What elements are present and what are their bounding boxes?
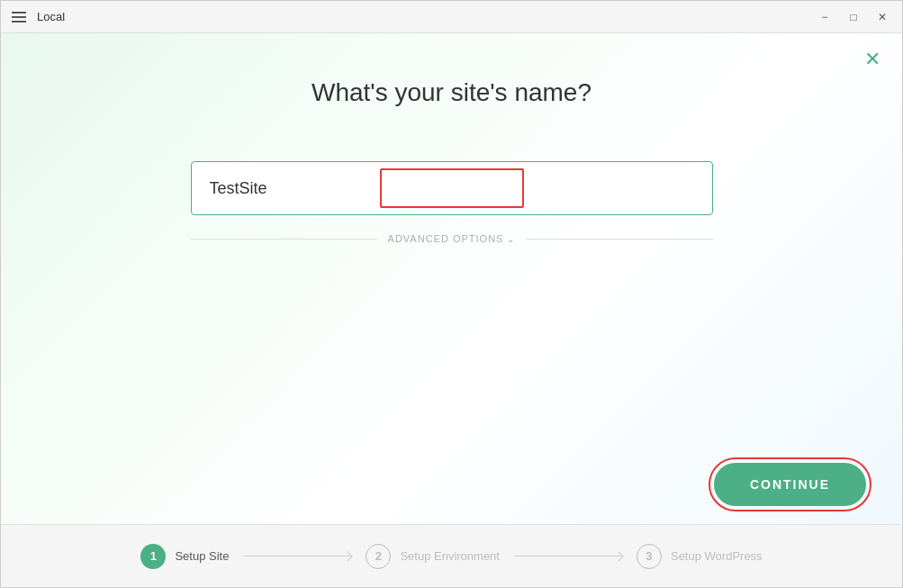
step-connector-2 (514, 556, 622, 556)
titlebar: Local − □ ✕ (1, 1, 902, 33)
step-2-circle: 2 (366, 544, 391, 569)
continue-button[interactable]: CONTINUE (714, 463, 866, 506)
chevron-down-icon: ⌄ (507, 234, 515, 244)
step-2-number: 2 (375, 549, 382, 563)
step-3-circle: 3 (637, 544, 662, 569)
step-1: 1 Setup Site (140, 544, 229, 569)
step-3-number: 3 (646, 549, 652, 563)
titlebar-left: Local (8, 8, 65, 26)
advanced-line-left (191, 239, 377, 240)
dialog-area: What's your site's name? ADVANCED OPTION… (1, 33, 902, 454)
advanced-line-right (526, 239, 712, 240)
dialog-title: What's your site's name? (312, 78, 591, 107)
titlebar-controls: − □ ✕ (812, 7, 895, 27)
step-3: 3 Setup WordPress (637, 544, 763, 569)
progress-bar: 1 Setup Site 2 Setup Environment 3 Setup… (1, 524, 902, 587)
site-name-field-wrapper (191, 161, 713, 215)
step-2: 2 Setup Environment (366, 544, 500, 569)
step-1-label: Setup Site (175, 549, 229, 563)
step-2-label: Setup Environment (400, 549, 500, 563)
site-name-input[interactable] (191, 161, 713, 215)
app-title: Local (37, 10, 65, 23)
advanced-options-row: ADVANCED OPTIONS ⌄ (191, 233, 713, 244)
maximize-button[interactable]: □ (841, 7, 866, 27)
step-1-circle: 1 (140, 544, 166, 569)
app-window: Local − □ ✕ ✕ What's your site's name? A… (0, 0, 903, 588)
continue-button-wrapper: CONTINUE (714, 463, 866, 506)
advanced-options-label: ADVANCED OPTIONS (388, 233, 504, 244)
main-content: ✕ What's your site's name? ADVANCED OPTI… (1, 33, 902, 524)
dialog-close-button[interactable]: ✕ (864, 50, 880, 69)
button-area: CONTINUE (1, 454, 902, 524)
step-connector-1 (243, 556, 351, 556)
window-close-button[interactable]: ✕ (870, 7, 895, 27)
advanced-options-toggle[interactable]: ADVANCED OPTIONS ⌄ (388, 233, 516, 244)
step-3-label: Setup WordPress (671, 549, 763, 563)
step-1-number: 1 (150, 549, 157, 563)
hamburger-icon[interactable] (8, 8, 30, 26)
minimize-button[interactable]: − (812, 7, 837, 27)
